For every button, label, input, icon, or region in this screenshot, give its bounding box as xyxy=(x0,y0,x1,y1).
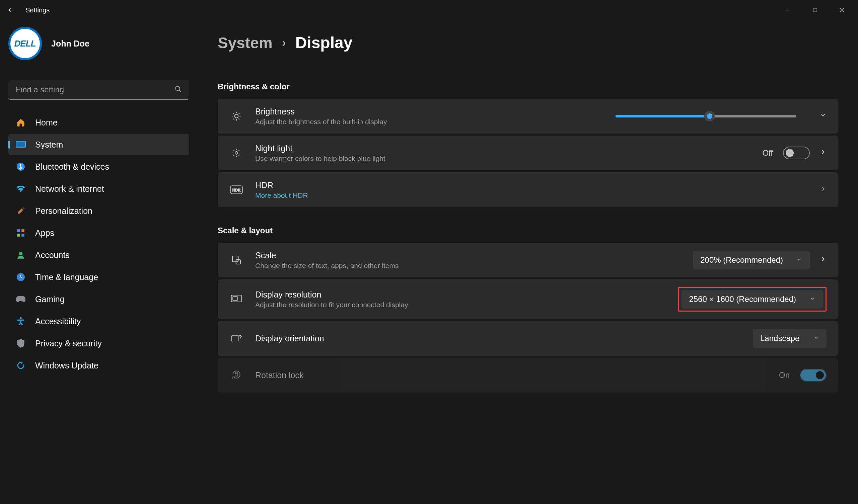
minimize-button[interactable] xyxy=(775,2,802,18)
system-icon xyxy=(16,140,26,150)
row-hdr[interactable]: HDR HDR More about HDR xyxy=(218,172,838,207)
breadcrumb: System › Display xyxy=(218,33,838,52)
nav-item-time[interactable]: Time & language xyxy=(9,266,189,288)
nav-item-gaming[interactable]: Gaming xyxy=(9,289,189,310)
svg-rect-0 xyxy=(813,9,817,12)
brush-icon xyxy=(16,206,26,216)
home-icon xyxy=(16,117,26,128)
nav-item-accounts[interactable]: Accounts xyxy=(9,244,189,266)
svg-rect-21 xyxy=(232,336,239,341)
night-light-icon xyxy=(229,148,244,158)
resolution-value: 2560 × 1600 (Recommended) xyxy=(689,294,796,304)
back-button[interactable] xyxy=(3,2,19,18)
svg-rect-22 xyxy=(235,374,238,376)
person-icon xyxy=(16,250,26,260)
svg-rect-17 xyxy=(233,256,238,262)
orientation-value: Landscape xyxy=(760,334,799,343)
resolution-title: Display resolution xyxy=(255,290,408,299)
brightness-desc: Adjust the brightness of the built-in di… xyxy=(255,118,387,126)
main-content: System › Display Brightness & color Brig… xyxy=(197,20,858,504)
close-button[interactable] xyxy=(828,2,855,18)
breadcrumb-parent[interactable]: System xyxy=(218,34,273,52)
app-title: Settings xyxy=(26,6,50,14)
svg-point-1 xyxy=(175,86,180,91)
scale-dropdown[interactable]: 200% (Recommended) xyxy=(693,251,810,270)
sidebar: DELL John Doe Home System xyxy=(0,20,197,504)
apps-icon xyxy=(16,228,26,238)
row-resolution[interactable]: Display resolution Adjust the resolution… xyxy=(218,279,838,319)
orientation-title: Display orientation xyxy=(255,334,324,343)
nav-item-apps[interactable]: Apps xyxy=(9,222,189,244)
chevron-down-icon[interactable] xyxy=(820,112,827,120)
chevron-right-icon: › xyxy=(282,36,286,50)
chevron-down-icon xyxy=(809,295,815,303)
orientation-dropdown[interactable]: Landscape xyxy=(753,329,827,348)
rotation-lock-icon xyxy=(229,370,244,380)
window-controls xyxy=(775,2,855,18)
scale-icon xyxy=(229,255,244,265)
hdr-icon: HDR xyxy=(229,185,244,194)
orientation-icon xyxy=(229,334,244,343)
page-title: Display xyxy=(296,33,353,52)
svg-rect-5 xyxy=(17,229,20,232)
brightness-slider[interactable] xyxy=(616,115,796,117)
svg-rect-20 xyxy=(233,296,237,300)
chevron-right-icon[interactable] xyxy=(820,185,827,194)
section-title-brightness: Brightness & color xyxy=(218,82,838,91)
chevron-down-icon xyxy=(813,335,819,342)
scale-desc: Change the size of text, apps, and other… xyxy=(255,262,398,270)
row-night-light[interactable]: Night light Use warmer colors to help bl… xyxy=(218,135,838,170)
row-brightness[interactable]: Brightness Adjust the brightness of the … xyxy=(218,99,838,133)
svg-point-9 xyxy=(19,252,23,255)
profile-block[interactable]: DELL John Doe xyxy=(9,27,189,60)
clock-icon xyxy=(16,272,26,282)
scale-title: Scale xyxy=(255,251,398,260)
night-light-state: Off xyxy=(762,148,773,158)
svg-point-13 xyxy=(235,114,238,118)
nav-item-accessibility[interactable]: Accessibility xyxy=(9,311,189,332)
shield-icon xyxy=(16,338,26,348)
brightness-title: Brightness xyxy=(255,107,387,116)
resolution-dropdown[interactable]: 2560 × 1600 (Recommended) xyxy=(682,290,823,309)
maximize-button[interactable] xyxy=(802,2,828,18)
nav-item-home[interactable]: Home xyxy=(9,112,189,133)
sun-icon xyxy=(229,111,244,121)
update-icon xyxy=(16,360,26,371)
bluetooth-icon xyxy=(16,162,26,172)
nav-item-update[interactable]: Windows Update xyxy=(9,355,189,376)
nav-item-privacy[interactable]: Privacy & security xyxy=(9,332,189,354)
accessibility-icon xyxy=(16,316,26,326)
scale-value: 200% (Recommended) xyxy=(700,255,783,265)
rotation-lock-title: Rotation lock xyxy=(255,371,304,380)
search-icon xyxy=(174,85,182,95)
avatar: DELL xyxy=(9,27,42,60)
svg-rect-3 xyxy=(16,142,25,147)
user-name: John Doe xyxy=(51,39,90,49)
svg-rect-8 xyxy=(21,233,25,237)
nav-item-bluetooth[interactable]: Bluetooth & devices xyxy=(9,156,189,177)
search-box xyxy=(9,80,189,100)
gamepad-icon xyxy=(16,294,26,304)
hdr-title: HDR xyxy=(255,180,308,190)
svg-text:HDR: HDR xyxy=(233,188,240,192)
resolution-desc: Adjust the resolution to fit your connec… xyxy=(255,301,408,309)
svg-rect-6 xyxy=(21,229,25,232)
chevron-right-icon[interactable] xyxy=(820,149,827,157)
search-input[interactable] xyxy=(9,80,189,100)
hdr-link[interactable]: More about HDR xyxy=(255,192,308,199)
rotation-lock-state: On xyxy=(779,371,790,380)
nav-item-network[interactable]: Network & internet xyxy=(9,178,189,199)
row-rotation-lock: Rotation lock On xyxy=(218,358,838,393)
nav-item-system[interactable]: System xyxy=(9,134,189,155)
chevron-right-icon[interactable] xyxy=(820,256,827,264)
title-bar: Settings xyxy=(0,0,858,20)
rotation-lock-toggle xyxy=(800,369,827,381)
wifi-icon xyxy=(16,184,26,194)
night-light-toggle[interactable] xyxy=(783,147,810,159)
row-scale[interactable]: Scale Change the size of text, apps, and… xyxy=(218,243,838,277)
nav-item-personalization[interactable]: Personalization xyxy=(9,200,189,222)
row-orientation[interactable]: Display orientation Landscape xyxy=(218,321,838,356)
resolution-icon xyxy=(229,294,244,304)
svg-point-12 xyxy=(20,317,22,319)
resolution-highlight: 2560 × 1600 (Recommended) xyxy=(678,287,827,312)
